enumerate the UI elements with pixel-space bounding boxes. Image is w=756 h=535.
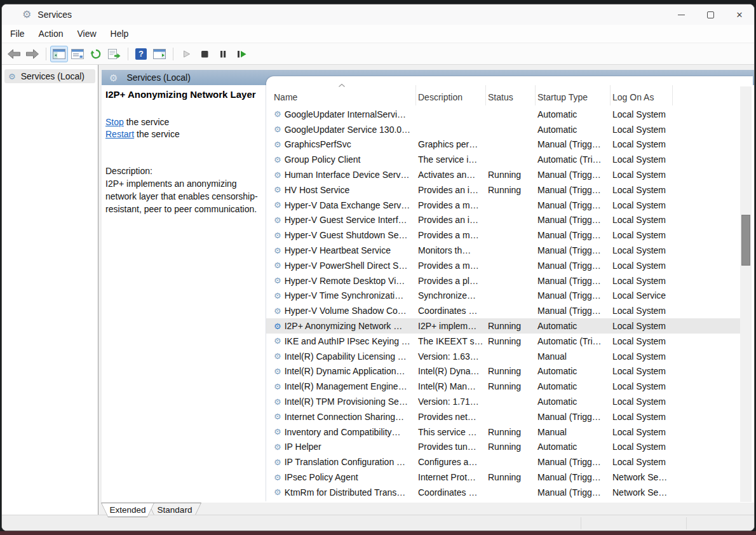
service-log-on-as-cell: Local System	[610, 306, 740, 316]
close-button[interactable]: ✕	[725, 4, 754, 25]
vertical-scrollbar[interactable]	[740, 86, 752, 502]
service-name: Human Interface Device Serv…	[285, 170, 410, 180]
stop-link[interactable]: Stop	[105, 117, 124, 127]
show-action-pane-button[interactable]	[151, 46, 168, 62]
statusbar-divider	[686, 517, 687, 529]
header-divider[interactable]	[485, 85, 486, 105]
help-button[interactable]: ?	[132, 46, 150, 62]
pause-service-button[interactable]	[214, 46, 232, 62]
service-startup-type-cell: Manual	[535, 351, 610, 362]
export-list-button[interactable]	[105, 46, 123, 62]
band-label: Services (Local)	[126, 72, 190, 83]
header-divider[interactable]	[610, 85, 611, 105]
selected-service-title: I2P+ Anonymizing Network Layer	[105, 89, 264, 100]
minimize-button[interactable]	[666, 4, 696, 25]
service-rows: ⚙GoogleUpdater InternalServi… Automatic …	[266, 107, 740, 501]
table-row[interactable]: ⚙Inventory and Compatibility… This servi…	[266, 424, 740, 440]
forward-button[interactable]	[24, 46, 41, 62]
column-header-status[interactable]: Status	[485, 92, 535, 102]
table-row[interactable]: ⚙Hyper-V Guest Service Interf… Provides …	[266, 213, 740, 228]
menu-file[interactable]: File	[3, 27, 32, 41]
table-row[interactable]: ⚙Human Interface Device Serv… Activates …	[266, 167, 740, 182]
main-area: ⚙ Services (Local) ⚙ Services (Local) I2…	[2, 65, 754, 515]
service-name-cell: ⚙Hyper-V Guest Service Interf…	[266, 215, 415, 225]
service-name-cell: ⚙Hyper-V Volume Shadow Co…	[266, 306, 415, 316]
table-row[interactable]: ⚙Intel(R) Dynamic Application… Intel(R) …	[266, 364, 740, 379]
table-row[interactable]: ⚙Intel(R) Management Engine… Intel(R) Ma…	[266, 379, 740, 394]
service-description-cell: Intel(R) Dyna…	[415, 366, 485, 376]
scrollbar-thumb[interactable]	[741, 215, 750, 266]
service-log-on-as-cell: Local System	[610, 381, 740, 391]
table-row[interactable]: ⚙GoogleUpdater InternalServi… Automatic …	[266, 107, 740, 122]
service-name-cell: ⚙GraphicsPerfSvc	[266, 139, 415, 149]
export-list-icon	[108, 49, 121, 59]
service-status-cell: Running	[485, 442, 535, 452]
column-header-log-on-as[interactable]: Log On As	[610, 92, 740, 102]
table-row[interactable]: ⚙IP Helper Provides tun… Running Automat…	[266, 440, 740, 455]
stop-line-rest: the service	[124, 117, 170, 127]
column-header-startup-type[interactable]: Startup Type	[535, 92, 610, 102]
service-status-cell: Running	[485, 170, 535, 180]
app-gear-icon: ⚙	[22, 10, 31, 20]
table-row[interactable]: ⚙Hyper-V Time Synchronizati… Synchronize…	[266, 288, 740, 304]
table-row[interactable]: ⚙Hyper-V Heartbeat Service Monitors th… …	[266, 243, 740, 258]
tree-item-services-local[interactable]: ⚙ Services (Local)	[4, 69, 95, 83]
service-name: Intel(R) Management Engine…	[285, 381, 407, 391]
header-divider[interactable]	[415, 85, 416, 105]
table-row[interactable]: ⚙IPsec Policy Agent Internet Prot… Runni…	[266, 470, 740, 485]
service-status-cell: Running	[485, 366, 535, 376]
restart-service-button[interactable]	[233, 46, 250, 62]
table-row[interactable]: ⚙Group Policy Client The service i… Auto…	[266, 152, 740, 167]
column-header-description[interactable]: Description	[415, 92, 485, 102]
header-divider[interactable]	[672, 85, 673, 105]
table-row[interactable]: ⚙IP Translation Configuration … Configur…	[266, 454, 740, 470]
service-startup-type-cell: Automatic	[535, 442, 610, 452]
service-startup-type-cell: Manual (Trigg…	[535, 170, 610, 180]
service-startup-type-cell: Automatic	[535, 109, 610, 119]
title-bar: ⚙ Services ✕	[2, 4, 754, 25]
service-description-cell: Provides a m…	[415, 261, 485, 271]
table-row[interactable]: ⚙IKE and AuthIP IPsec Keying … The IKEEX…	[266, 334, 740, 349]
table-row[interactable]: ⚙Hyper-V Data Exchange Serv… Provides a …	[266, 198, 740, 213]
service-name: Internet Connection Sharing…	[285, 412, 404, 422]
table-row[interactable]: ⚙I2P+ Anonymizing Network … I2P+ implem……	[266, 318, 740, 334]
service-name-cell: ⚙IP Translation Configuration …	[266, 457, 415, 467]
column-header-name[interactable]: Name	[266, 92, 415, 102]
menu-action[interactable]: Action	[32, 27, 71, 41]
table-row[interactable]: ⚙GraphicsPerfSvc Graphics per… Manual (T…	[266, 137, 740, 152]
table-row[interactable]: ⚙Internet Connection Sharing… Provides n…	[266, 409, 740, 424]
table-row[interactable]: ⚙Intel(R) Capability Licensing … Version…	[266, 349, 740, 364]
menu-view[interactable]: View	[70, 27, 103, 41]
table-row[interactable]: ⚙Hyper-V PowerShell Direct S… Provides a…	[266, 258, 740, 273]
properties-button[interactable]	[69, 46, 86, 62]
table-row[interactable]: ⚙GoogleUpdater Service 130.0… Automatic …	[266, 122, 740, 137]
table-row[interactable]: ⚙KtmRm for Distributed Trans… Coordinate…	[266, 485, 740, 500]
statusbar-divider	[581, 517, 581, 529]
service-startup-type-cell: Manual	[535, 427, 610, 437]
show-console-tree-button[interactable]	[50, 46, 68, 62]
table-row[interactable]: ⚙Intel(R) TPM Provisioning Se… Version: …	[266, 394, 740, 409]
service-gear-icon: ⚙	[274, 352, 281, 360]
table-row[interactable]: ⚙Hyper-V Guest Shutdown Se… Provides a m…	[266, 227, 740, 243]
table-row[interactable]: ⚙Hyper-V Remote Desktop Vi… Provides a p…	[266, 273, 740, 288]
service-startup-type-cell: Manual (Trigg…	[535, 306, 610, 316]
header-divider[interactable]	[535, 85, 536, 105]
start-service-button[interactable]	[177, 46, 195, 62]
service-startup-type-cell: Manual (Trigg…	[535, 245, 610, 255]
refresh-button[interactable]	[87, 46, 105, 62]
maximize-button[interactable]	[696, 4, 725, 25]
stop-service-button[interactable]	[196, 46, 213, 62]
back-button[interactable]	[5, 46, 23, 62]
menu-help[interactable]: Help	[104, 27, 136, 41]
table-row[interactable]: ⚙Hyper-V Volume Shadow Co… Coordinates ……	[266, 303, 740, 318]
service-startup-type-cell: Automatic	[535, 381, 610, 391]
help-icon: ?	[135, 48, 147, 60]
service-log-on-as-cell: Local System	[610, 366, 740, 376]
restart-link[interactable]: Restart	[105, 129, 134, 139]
table-row[interactable]: ⚙HV Host Service Provides an i… Running …	[266, 182, 740, 198]
service-description-cell: Provides an i…	[415, 185, 485, 195]
tab-extended[interactable]: Extended	[101, 503, 154, 517]
service-description-cell: Configures a…	[415, 457, 485, 467]
service-description-cell: Provides a m…	[415, 230, 485, 240]
service-gear-icon: ⚙	[274, 292, 281, 300]
